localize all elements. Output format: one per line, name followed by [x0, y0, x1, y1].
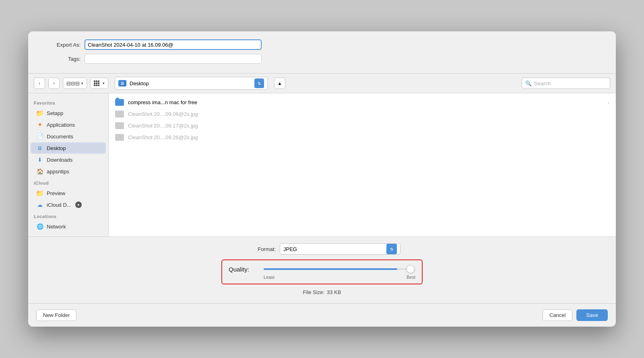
grid-view-chevron: ▾	[103, 81, 105, 85]
search-icon: 🔍	[525, 80, 532, 86]
image-file-icon	[115, 134, 124, 141]
sidebar-item-label: Documents	[47, 134, 73, 140]
documents-icon: 📄	[36, 133, 43, 140]
file-panel: compress ima...n mac for free › CleanSho…	[109, 93, 616, 237]
sidebar-item-label: Downloads	[47, 157, 72, 163]
top-section: Export As: Tags:	[28, 31, 616, 74]
preview-folder-icon: 📁	[36, 189, 43, 197]
icloud-label: iCloud	[28, 177, 108, 187]
location-name: Desktop	[130, 80, 251, 86]
sidebar-item-desktop[interactable]: 🖥 Desktop	[31, 142, 106, 154]
file-item[interactable]: compress ima...n mac for free ›	[109, 97, 616, 108]
network-icon: 🌐	[36, 223, 43, 230]
grid-icon	[94, 80, 99, 86]
icloud-badge: ●	[75, 202, 82, 208]
desktop-icon: 🖥	[118, 80, 126, 86]
tags-label: Tags:	[40, 56, 80, 62]
sidebar-item-appsntips[interactable]: 🏠 appsntips	[31, 166, 106, 177]
sidebar-item-label: Applications	[47, 122, 75, 128]
file-item[interactable]: CleanShot 20....09.17@2x.jpg	[109, 120, 616, 132]
sidebar-item-label: Preview	[47, 190, 65, 196]
quality-row: Quality:	[229, 265, 415, 273]
quality-label: Quality:	[229, 266, 259, 273]
new-folder-button[interactable]: New Folder	[36, 309, 76, 321]
image-file-icon	[115, 122, 124, 129]
image-file-icon	[115, 111, 124, 117]
right-buttons: Cancel Save	[543, 309, 608, 321]
sidebar-item-label: iCloud D...	[47, 202, 71, 208]
export-row: Export As:	[40, 39, 604, 50]
main-content: Favorites 📁 Setapp ✦ Applications 📄 Docu…	[28, 93, 616, 237]
file-name: CleanShot 20....09.17@2x.jpg	[128, 123, 609, 129]
sidebar-item-label: appsntips	[47, 169, 69, 175]
folder-icon: 📁	[36, 109, 43, 117]
format-value: JPEG	[283, 246, 297, 252]
sidebar-item-documents[interactable]: 📄 Documents	[31, 131, 106, 142]
file-item[interactable]: CleanShot 20....09.26@2x.jpg	[109, 132, 616, 143]
tags-row: Tags:	[40, 54, 604, 64]
icloud-icon: ☁	[36, 201, 43, 208]
format-row: Format: JPEG ⇅	[40, 243, 604, 255]
file-name: CleanShot 20....09.26@2x.jpg	[128, 134, 609, 140]
location-chevron-updown: ⇅	[254, 78, 264, 88]
footer: New Folder Cancel Save	[28, 303, 616, 327]
column-view-button[interactable]: ⊟⊟⊟ ▾	[63, 78, 87, 89]
desktop-sidebar-icon: 🖥	[36, 144, 43, 152]
favorites-label: Favorites	[28, 97, 108, 107]
grid-view-button[interactable]: ▾	[90, 78, 108, 89]
filesize-value: 33 KB	[327, 289, 341, 295]
collapse-button[interactable]: ▲	[274, 78, 285, 89]
format-label: Format:	[244, 246, 276, 252]
quality-max-label: Best	[407, 275, 415, 280]
search-placeholder: Search	[534, 80, 551, 86]
save-dialog: Export As: Tags: ‹ › ⊟⊟⊟ ▾ ▾ 🖥 Desktop ⇅	[28, 31, 616, 327]
sidebar-item-label: Network	[47, 224, 66, 230]
quality-min-label: Least	[264, 275, 275, 280]
locations-label: Locations	[28, 211, 108, 220]
file-name: compress ima...n mac for free	[128, 99, 604, 105]
save-button[interactable]: Save	[576, 309, 608, 321]
export-label: Export As:	[40, 42, 80, 48]
tags-input[interactable]	[85, 54, 262, 64]
sidebar-item-network[interactable]: 🌐 Network	[31, 221, 106, 232]
column-view-chevron: ▾	[81, 81, 83, 85]
back-button[interactable]: ‹	[34, 78, 45, 89]
downloads-icon: ⬇	[36, 156, 43, 163]
file-name: CleanShot 20....09.06@2x.jpg	[128, 111, 609, 117]
search-box[interactable]: 🔍 Search	[522, 78, 610, 89]
sidebar: Favorites 📁 Setapp ✦ Applications 📄 Docu…	[28, 93, 109, 237]
sidebar-item-downloads[interactable]: ⬇ Downloads	[31, 154, 106, 165]
sidebar-item-applications[interactable]: ✦ Applications	[31, 119, 106, 130]
quality-section: Quality: Least Best	[221, 259, 423, 284]
sidebar-item-setapp[interactable]: 📁 Setapp	[31, 107, 106, 119]
sidebar-item-label: Desktop	[47, 145, 66, 151]
format-select[interactable]: JPEG ⇅	[280, 243, 400, 255]
location-selector[interactable]: 🖥 Desktop ⇅	[115, 77, 268, 90]
toolbar: ‹ › ⊟⊟⊟ ▾ ▾ 🖥 Desktop ⇅ ▲ 🔍 Search	[28, 74, 616, 93]
sidebar-item-icloud-drive[interactable]: ☁ iCloud D... ●	[31, 199, 106, 210]
cancel-button[interactable]: Cancel	[543, 309, 572, 321]
sidebar-item-preview[interactable]: 📁 Preview	[31, 187, 106, 199]
export-input[interactable]	[85, 39, 262, 50]
quality-slider-container	[264, 265, 415, 273]
column-view-icon: ⊟⊟⊟	[66, 80, 80, 86]
file-item[interactable]: CleanShot 20....09.06@2x.jpg	[109, 108, 616, 120]
format-chevron-icon: ⇅	[386, 244, 397, 254]
bottom-panel: Format: JPEG ⇅ Quality: Least Best	[28, 237, 616, 303]
filesize-row: File Size: 33 KB	[40, 289, 604, 295]
sidebar-item-label: Setapp	[47, 110, 63, 116]
quality-range-labels: Least Best	[229, 275, 415, 280]
applications-icon: ✦	[36, 121, 43, 128]
filesize-label: File Size:	[303, 289, 324, 295]
chevron-right-icon: ›	[608, 100, 609, 105]
appsntips-icon: 🏠	[36, 168, 43, 175]
forward-button[interactable]: ›	[48, 78, 60, 89]
folder-file-icon	[115, 99, 124, 106]
